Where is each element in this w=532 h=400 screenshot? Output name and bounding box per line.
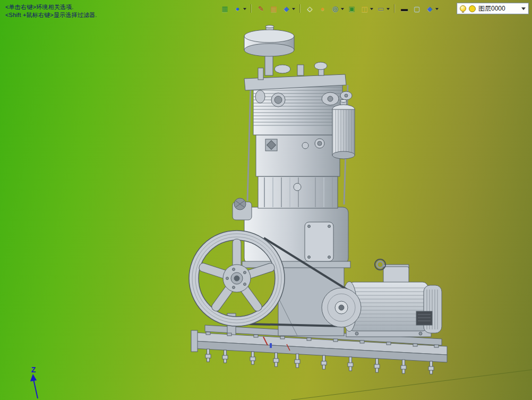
cad-viewport[interactable]: <单击右键>环境相关选项. <Shift +鼠标右键>显示选择过滤器. ▦ ● … <box>0 0 532 400</box>
cylinder-body <box>256 135 340 176</box>
aftercooler-canister <box>332 100 355 159</box>
compressor-model[interactable]: Z <box>0 0 532 400</box>
z-axis-triad: Z <box>30 365 38 398</box>
ground-line <box>291 370 532 400</box>
z-axis-label: Z <box>31 365 36 374</box>
motor-pulley <box>322 288 361 327</box>
flywheel <box>189 231 285 326</box>
crosshead-guide <box>258 176 338 208</box>
